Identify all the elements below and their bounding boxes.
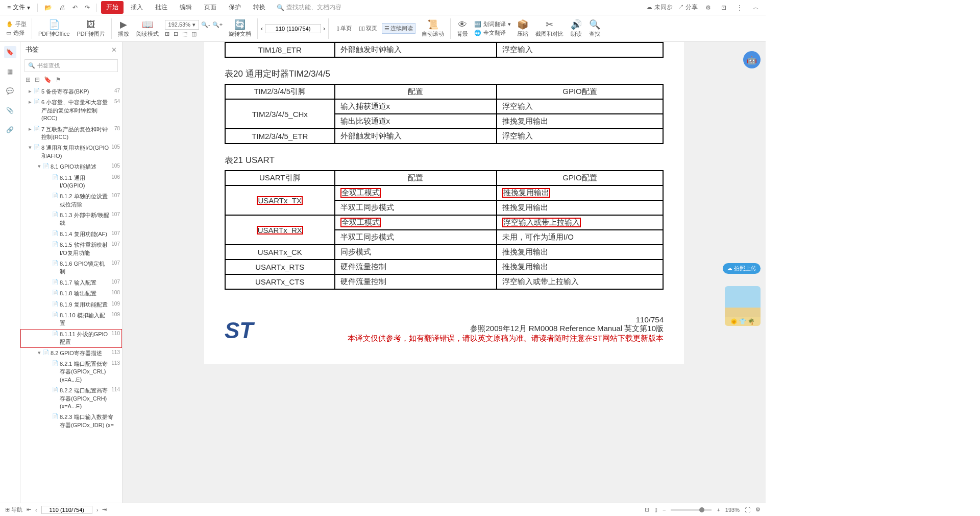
fit-width-icon[interactable]: ⊞	[165, 31, 169, 37]
crop-compare[interactable]: ✂截图和对比	[532, 19, 567, 38]
zoom-slider[interactable]	[671, 509, 712, 511]
layout-icon[interactable]: ▯	[654, 506, 657, 513]
tab-convert[interactable]: 转换	[248, 1, 271, 14]
fit-page-icon[interactable]: ⊡	[174, 31, 178, 37]
table-20: TIM2/3/4/5引脚 配置 GPIO配置 TIM2/3/4/5_CHx 输入…	[225, 84, 664, 144]
bookmark-node[interactable]: ▸📄5 备份寄存器(BKP)47	[20, 86, 122, 97]
bookmark-node[interactable]: 📄8.1.8 输出配置108	[20, 288, 122, 299]
next-page-status-icon[interactable]: ›	[96, 507, 99, 513]
attachments-icon[interactable]: 📎	[4, 104, 16, 116]
fit-visible-icon[interactable]: ◫	[191, 31, 197, 37]
bookmark-node[interactable]: 📄8.2.1 端口配置低寄存器(GPIOx_CRL) (x=A...E)113	[20, 359, 122, 385]
tab-annotate[interactable]: 批注	[150, 1, 173, 14]
zoom-in-icon[interactable]: 🔍+	[212, 21, 223, 28]
hand-tool[interactable]: ✋ 手型	[6, 20, 27, 28]
auto-scroll[interactable]: 📜自动滚动	[419, 19, 447, 38]
page-input[interactable]	[265, 24, 321, 33]
bookmark-search[interactable]: 🔍 书签查找	[24, 59, 118, 72]
expand-all-icon[interactable]: ⊞	[26, 76, 31, 83]
actual-size-icon[interactable]: ⬚	[182, 31, 187, 37]
bookmark-node[interactable]: 📄8.2.3 端口输入数据寄存器(GPIOx_IDR) (x=	[20, 412, 122, 431]
status-bar: ⊞ 导航 ⇤ ‹ › ⇥ ⊡ ▯ − + 193% ⛶ ⚙	[0, 503, 766, 516]
bookmark-node[interactable]: 📄8.1.10 模拟输入配置109	[20, 310, 122, 329]
more-icon[interactable]: ⋮	[734, 3, 745, 13]
share-button[interactable]: ↗ 分享	[678, 3, 698, 12]
bookmark-node[interactable]: ▾📄8 通用和复用功能I/O(GPIO和AFIO)105	[20, 143, 122, 161]
page-navigator: ‹ ›	[261, 24, 325, 33]
prev-page-icon[interactable]: ‹	[261, 25, 263, 32]
tab-start[interactable]: 开始	[101, 1, 124, 14]
bookmark-node[interactable]: 📄8.2.2 端口配置高寄存器(GPIOx_CRH) (x=A...E)114	[20, 385, 122, 412]
print-icon[interactable]: 🖨	[57, 3, 68, 13]
search-box[interactable]: 🔍 查找功能、文档内容	[277, 3, 341, 12]
pdf-to-image[interactable]: 🖼PDF转图片	[74, 19, 108, 38]
settings-status-icon[interactable]: ⚙	[755, 506, 761, 513]
bookmark-node[interactable]: 📄8.1.4 复用功能(AF)107	[20, 229, 122, 240]
fullscreen-icon[interactable]: ⛶	[745, 507, 750, 513]
bookmark-add-icon[interactable]: 🔖	[44, 76, 52, 83]
bookmark-node[interactable]: ▸📄6 小容量、中容量和大容量产品的复位和时钟控制(RCC)54	[20, 97, 122, 124]
fit-icon[interactable]: ⊡	[645, 506, 649, 513]
read-aloud[interactable]: 🔊朗读	[568, 19, 585, 38]
bookmark-node[interactable]: 📄8.1.3 外部中断/唤醒线107	[20, 210, 122, 229]
bookmarks-icon[interactable]: 🔖	[4, 46, 16, 58]
table-20-caption: 表20 通用定时器TIM2/3/4/5	[225, 68, 664, 80]
close-panel-icon[interactable]: ✕	[111, 46, 117, 54]
read-mode[interactable]: 📖阅读模式	[133, 19, 162, 38]
next-page-icon[interactable]: ›	[323, 25, 325, 32]
document-area[interactable]: TIM1/8_ETR 外部触发时钟输入 浮空输入 表20 通用定时器TIM2/3…	[122, 42, 766, 503]
bookmark-node[interactable]: 📄8.1.1 通用I/O(GPIO)106	[20, 173, 122, 192]
bookmark-node[interactable]: ▸📄7 互联型产品的复位和时钟控制(RCC)78	[20, 124, 122, 143]
tab-page[interactable]: 页面	[199, 1, 222, 14]
bookmark-node[interactable]: ▾📄8.1 GPIO功能描述105	[20, 161, 122, 172]
gear-icon[interactable]: ⚙	[703, 3, 714, 13]
double-page[interactable]: ▯▯ 双页	[356, 23, 380, 34]
assistant-icon[interactable]: 🤖	[743, 51, 761, 68]
sync-status[interactable]: ☁ 未同步	[646, 3, 672, 12]
background[interactable]: 👁背景	[454, 19, 471, 38]
compress[interactable]: 📦压缩	[514, 19, 531, 38]
bookmark-node[interactable]: 📄8.1.11 外设的GPIO配置110	[20, 329, 122, 348]
bookmark-node[interactable]: 📄8.1.5 软件重新映射I/O复用功能107	[20, 240, 122, 259]
bookmark-node[interactable]: 📄8.1.9 复用功能配置109	[20, 299, 122, 310]
zoom-out-icon[interactable]: 🔍-	[201, 21, 210, 28]
thumbnails-icon[interactable]: ▦	[4, 65, 16, 78]
upload-button[interactable]: ☁ 拍照上传	[723, 263, 761, 274]
layers-icon[interactable]: 🔗	[4, 124, 16, 136]
rotate-doc[interactable]: 🔄旋转文档	[226, 19, 254, 38]
bookmark-node[interactable]: ▾📄8.2 GPIO寄存器描述113	[20, 348, 122, 359]
play-button[interactable]: ▶播放	[115, 19, 132, 38]
last-page-icon[interactable]: ⇥	[102, 506, 107, 513]
bookmark-flag-icon[interactable]: ⚑	[56, 76, 61, 83]
comments-icon[interactable]: 💬	[4, 85, 16, 97]
find[interactable]: 🔍查找	[586, 19, 603, 38]
tab-insert[interactable]: 插入	[126, 1, 148, 14]
zoom-level[interactable]: 192.53% ▾	[165, 20, 199, 30]
bookmark-node[interactable]: 📄8.1.7 输入配置107	[20, 277, 122, 288]
collapse-all-icon[interactable]: ⊟	[35, 76, 40, 83]
first-page-icon[interactable]: ⇤	[27, 506, 31, 513]
collapse-icon[interactable]: ︿	[750, 2, 762, 13]
ribbon-toolbar: ✋ 手型 ▭ 选择 📄PDF转Office 🖼PDF转图片 ▶播放 📖阅读模式 …	[0, 15, 766, 42]
continuous[interactable]: ☰ 连续阅读	[382, 23, 415, 34]
line-translate[interactable]: 🔤 划词翻译 ▾	[474, 20, 511, 28]
redo-icon[interactable]: ↷	[82, 3, 92, 13]
bookmark-node[interactable]: 📄8.1.6 GPIO锁定机制107	[20, 259, 122, 277]
open-icon[interactable]: 📂	[42, 3, 55, 13]
single-page[interactable]: ▯ 单页	[334, 23, 354, 34]
prev-page-status-icon[interactable]: ‹	[35, 507, 37, 513]
file-menu[interactable]: ≡ 文件 ▾	[4, 2, 33, 13]
select-tool[interactable]: ▭ 选择	[6, 29, 27, 37]
zoom-out-status-icon[interactable]: −	[663, 507, 666, 513]
tab-protect[interactable]: 保护	[224, 1, 246, 14]
bookmark-node[interactable]: 📄8.1.2 单独的位设置或位清除107	[20, 191, 122, 210]
zoom-in-status-icon[interactable]: +	[717, 507, 720, 513]
zoom-value: 193%	[725, 507, 740, 513]
undo-icon[interactable]: ↶	[70, 3, 80, 13]
tab-edit[interactable]: 编辑	[175, 1, 197, 14]
scan-icon[interactable]: ⊡	[719, 3, 729, 13]
pdf-to-office[interactable]: 📄PDF转Office	[35, 19, 73, 38]
status-page-input[interactable]	[41, 506, 92, 514]
full-translate[interactable]: 🌐 全文翻译	[474, 29, 511, 37]
nav-toggle[interactable]: ⊞ 导航	[5, 506, 22, 513]
